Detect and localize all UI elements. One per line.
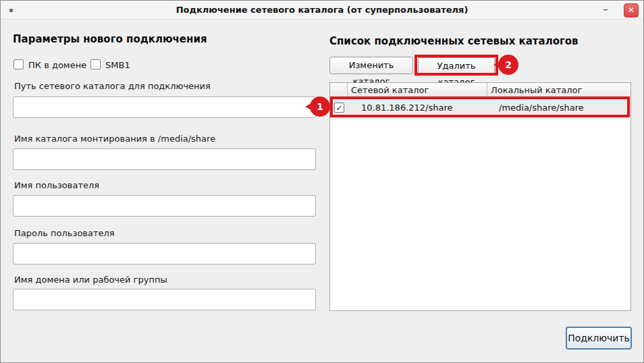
username-label: Имя пользователя	[14, 180, 99, 190]
check-icon: ✓	[336, 103, 342, 113]
network-path-label: Путь сетевого каталога для подключения	[14, 81, 211, 91]
connect-button[interactable]: Подключить	[566, 327, 632, 350]
new-connection-heading: Параметры нового подключения	[13, 33, 207, 45]
domain-input[interactable]	[13, 289, 316, 310]
connected-catalogs-table[interactable]: Сетевой каталог Локальный каталог ✓ 10.8…	[329, 82, 631, 311]
table-header: Сетевой каталог Локальный каталог	[330, 83, 630, 98]
mount-dir-label: Имя каталога монтирования в /media/share	[14, 134, 215, 144]
window-title: Подключение сетевого каталога (от суперп…	[1, 1, 643, 20]
minimize-button[interactable]: –	[597, 1, 614, 20]
annotation-badge-2: 2	[498, 55, 518, 75]
network-path-input[interactable]	[13, 96, 316, 118]
column-header-local[interactable]: Локальный каталог	[487, 83, 631, 98]
row-local-catalog: /media/share/share	[499, 98, 627, 117]
table-row[interactable]: ✓ 10.81.186.212/share /media/share/share	[330, 98, 630, 117]
mount-dir-input[interactable]	[13, 148, 316, 170]
row-network-catalog: 10.81.186.212/share	[361, 98, 486, 117]
password-input[interactable]	[13, 243, 316, 264]
row-checkbox-checked[interactable]: ✓	[334, 103, 344, 113]
checkbox-smb1-label: SMB1	[105, 60, 130, 70]
checkbox-pc-in-domain[interactable]	[14, 59, 24, 69]
delete-catalog-button[interactable]: Удалить каталог	[418, 57, 495, 75]
domain-label: Имя домена или рабочей группы	[14, 275, 167, 285]
password-label: Пароль пользователя	[14, 228, 115, 238]
connected-list-heading: Список подключенных сетевых каталогов	[329, 35, 579, 47]
close-button[interactable]: ✕	[624, 3, 639, 18]
title-bar[interactable]: Подключение сетевого каталога (от суперп…	[1, 1, 643, 20]
column-header-network[interactable]: Сетевой каталог	[348, 83, 487, 98]
dialog-window: Подключение сетевого каталога (от суперп…	[0, 0, 644, 363]
username-input[interactable]	[13, 195, 316, 217]
badge-number: 1	[317, 101, 323, 112]
checkbox-smb1[interactable]	[90, 59, 101, 69]
close-icon: ✕	[628, 5, 635, 15]
badge-number: 2	[505, 59, 512, 70]
checkbox-pc-in-domain-label: ПК в домене	[28, 60, 86, 70]
edit-catalog-button[interactable]: Изменить каталог	[329, 57, 413, 74]
